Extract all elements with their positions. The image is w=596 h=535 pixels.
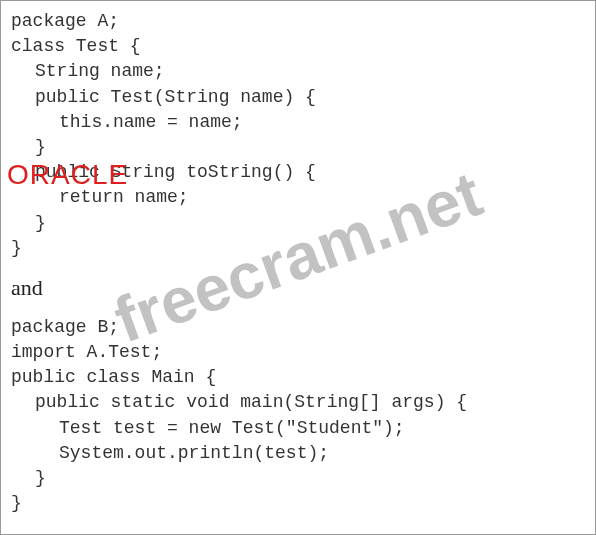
code-a-line-2: class Test { <box>11 34 585 59</box>
code-b-line-6: System.out.println(test); <box>11 441 585 466</box>
code-a-line-5: this.name = name; <box>11 110 585 135</box>
code-a-line-6: } <box>11 135 585 160</box>
code-b-line-3: public class Main { <box>11 365 585 390</box>
code-a-line-7: public String toString() { <box>11 160 585 185</box>
code-b-line-5: Test test = new Test("Student"); <box>11 416 585 441</box>
code-a-line-3: String name; <box>11 59 585 84</box>
code-a-line-10: } <box>11 236 585 261</box>
code-a-line-4: public Test(String name) { <box>11 85 585 110</box>
code-b-line-8: } <box>11 491 585 516</box>
code-b-line-1: package B; <box>11 315 585 340</box>
code-b-line-7: } <box>11 466 585 491</box>
code-b-line-2: import A.Test; <box>11 340 585 365</box>
code-a-line-8: return name; <box>11 185 585 210</box>
code-container: ORACLE freecram.net package A; class Tes… <box>0 0 596 535</box>
code-b-line-4: public static void main(String[] args) { <box>11 390 585 415</box>
code-a-line-9: } <box>11 211 585 236</box>
separator-text: and <box>11 275 585 301</box>
code-a-line-1: package A; <box>11 9 585 34</box>
